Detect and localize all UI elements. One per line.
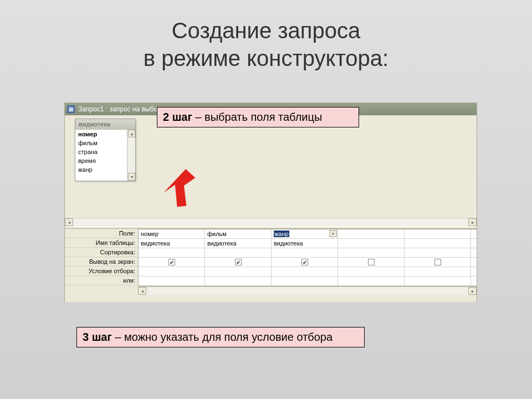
chevron-left-icon: ◂: [141, 289, 144, 294]
list-item[interactable]: фильм: [75, 139, 127, 147]
table-source-title: видиотека: [75, 119, 135, 130]
row-label-sort: Сортировка:: [65, 248, 138, 257]
criteria-cell[interactable]: [272, 267, 338, 276]
or-cell[interactable]: [272, 277, 338, 285]
grid-row-field: номер фильм жанр v: [139, 229, 477, 239]
scroll-left-button[interactable]: ◂: [65, 218, 73, 226]
scroll-right-button[interactable]: ▸: [468, 287, 477, 295]
dropdown-button[interactable]: v: [329, 230, 337, 237]
slide-title: Создание запроса в режиме конструктора:: [0, 17, 532, 72]
sort-cell[interactable]: [338, 248, 405, 257]
grid-row-criteria: [139, 267, 477, 277]
title-line-1: Создание запроса: [172, 18, 361, 43]
callout-step-2-bold: 2 шаг: [163, 111, 192, 123]
grid-cells: номер фильм жанр v видиотека видиотека в…: [138, 229, 477, 287]
callout-step-3-bold: 3 шаг: [83, 331, 112, 343]
window-title: Запрос1 : запрос на выборку: [78, 105, 167, 113]
table-source-box[interactable]: видиотека номер фильм страна время жанр …: [75, 119, 136, 181]
upper-pane-hscrollbar[interactable]: ◂ ▸: [65, 218, 477, 226]
sort-cell[interactable]: [205, 248, 272, 257]
scroll-up-button[interactable]: ▴: [128, 130, 135, 137]
checkbox-unchecked[interactable]: [434, 259, 441, 265]
or-cell[interactable]: [338, 277, 405, 285]
table-cell[interactable]: видиотека: [205, 239, 272, 248]
query-designer-window: ▦ Запрос1 : запрос на выборку видиотека …: [64, 103, 477, 302]
svg-marker-0: [162, 168, 195, 209]
grid-row-show: ✔ ✔ ✔: [139, 258, 477, 267]
table-cell[interactable]: видиотека: [139, 239, 205, 248]
field-cell[interactable]: номер: [139, 229, 205, 238]
criteria-cell[interactable]: [405, 267, 471, 276]
callout-step-2-text: – выбрать поля таблицы: [192, 111, 323, 123]
query-design-grid: Поле: Имя таблицы: Сортировка: Вывод на …: [65, 229, 477, 302]
criteria-cell[interactable]: [338, 267, 405, 276]
callout-step-3-text: – можно указать для поля условие отбора: [112, 331, 332, 343]
list-item[interactable]: страна: [75, 147, 127, 156]
title-line-2: в режиме конструктора:: [144, 46, 388, 70]
field-cell[interactable]: [405, 229, 471, 238]
grid-hscrollbar[interactable]: ◂ ▸: [138, 287, 477, 295]
window-icon: ▦: [67, 105, 75, 113]
field-list-scrollbar[interactable]: ▴ ▾: [127, 130, 135, 181]
show-cell[interactable]: ✔: [139, 258, 205, 267]
callout-step-3: 3 шаг – можно указать для поля условие о…: [76, 327, 365, 347]
scroll-right-button[interactable]: ▸: [468, 218, 477, 226]
callout-step-2: 2 шаг – выбрать поля таблицы: [157, 107, 359, 127]
grid-row-sort: [139, 248, 477, 258]
row-label-or: или:: [65, 276, 138, 285]
scroll-track[interactable]: [146, 287, 468, 295]
checkbox-checked[interactable]: ✔: [168, 259, 175, 265]
criteria-cell[interactable]: [139, 267, 205, 276]
chevron-down-icon: v: [332, 231, 334, 236]
row-label-table: Имя таблицы:: [65, 238, 138, 248]
field-cell[interactable]: [338, 229, 405, 238]
scroll-left-button[interactable]: ◂: [138, 287, 146, 295]
table-cell[interactable]: [338, 239, 405, 248]
table-field-list: номер фильм страна время жанр ▴ ▾: [75, 130, 135, 181]
show-cell[interactable]: ✔: [272, 258, 338, 267]
sort-cell[interactable]: [272, 248, 338, 257]
chevron-right-icon: ▸: [472, 220, 474, 225]
row-label-criteria: Условие отбора:: [65, 267, 138, 276]
sort-cell[interactable]: [139, 248, 205, 257]
table-relationship-pane[interactable]: видиотека номер фильм страна время жанр …: [65, 115, 477, 226]
show-cell[interactable]: [405, 258, 471, 267]
chevron-right-icon: ▸: [472, 289, 474, 294]
checkbox-checked[interactable]: ✔: [235, 259, 242, 265]
check-icon: ✔: [170, 259, 174, 265]
check-icon: ✔: [303, 259, 307, 265]
sort-cell[interactable]: [405, 248, 471, 257]
chevron-left-icon: ◂: [68, 220, 70, 225]
grid-row-labels: Поле: Имя таблицы: Сортировка: Вывод на …: [65, 229, 138, 302]
grid-row-table: видиотека видиотека видиотека: [139, 239, 477, 248]
scroll-track[interactable]: [73, 218, 468, 226]
list-item[interactable]: номер: [75, 130, 127, 139]
or-cell[interactable]: [139, 277, 205, 285]
chevron-down-icon: ▾: [131, 175, 133, 180]
field-cell-active[interactable]: жанр v: [272, 229, 338, 238]
criteria-cell[interactable]: [205, 267, 272, 276]
or-cell[interactable]: [205, 277, 272, 285]
show-cell[interactable]: ✔: [205, 258, 272, 267]
checkbox-checked[interactable]: ✔: [301, 259, 308, 265]
table-cell[interactable]: [405, 239, 471, 248]
chevron-up-icon: ▴: [131, 131, 133, 136]
red-arrow-icon: [162, 168, 195, 214]
check-icon: ✔: [236, 259, 241, 265]
row-label-field: Поле:: [65, 229, 138, 238]
field-cell[interactable]: фильм: [205, 229, 272, 238]
list-item[interactable]: жанр: [75, 165, 127, 174]
row-label-show: Вывод на экран:: [65, 257, 138, 267]
scroll-track[interactable]: [128, 137, 135, 173]
scroll-down-button[interactable]: ▾: [128, 173, 135, 181]
list-item[interactable]: время: [75, 156, 127, 165]
checkbox-unchecked[interactable]: [368, 259, 375, 265]
table-cell[interactable]: видиотека: [272, 239, 338, 248]
show-cell[interactable]: [338, 258, 405, 267]
grid-row-or: [139, 277, 477, 286]
or-cell[interactable]: [405, 277, 471, 285]
